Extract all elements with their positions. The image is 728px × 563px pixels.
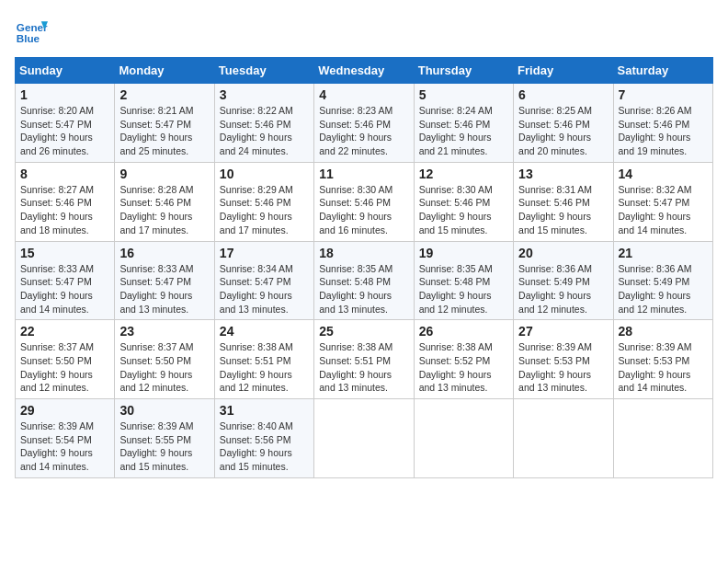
daylight-label: Daylight: 9 hours and 14 minutes. (20, 290, 93, 315)
calendar-cell: 22 Sunrise: 8:37 AM Sunset: 5:50 PM Dayl… (16, 320, 115, 399)
day-number: 16 (119, 246, 209, 260)
page-header: General Blue (15, 15, 713, 48)
sunrise-label: Sunrise: 8:24 AM (419, 105, 493, 116)
calendar-cell (613, 399, 712, 478)
sunset-label: Sunset: 5:46 PM (119, 197, 191, 208)
day-number: 15 (20, 246, 109, 260)
sunrise-label: Sunrise: 8:30 AM (419, 184, 493, 195)
day-info: Sunrise: 8:37 AM Sunset: 5:50 PM Dayligh… (20, 340, 109, 395)
calendar-cell: 11 Sunrise: 8:30 AM Sunset: 5:46 PM Dayl… (314, 162, 414, 241)
day-info: Sunrise: 8:35 AM Sunset: 5:48 PM Dayligh… (319, 262, 408, 316)
sunset-label: Sunset: 5:46 PM (319, 197, 391, 208)
sunset-label: Sunset: 5:46 PM (619, 119, 690, 130)
daylight-label: Daylight: 9 hours and 15 minutes. (419, 211, 492, 236)
calendar-cell: 10 Sunrise: 8:29 AM Sunset: 5:46 PM Dayl… (214, 162, 313, 241)
col-header-tuesday: Tuesday (214, 58, 313, 84)
col-header-wednesday: Wednesday (314, 58, 414, 84)
calendar-cell: 28 Sunrise: 8:39 AM Sunset: 5:53 PM Dayl… (613, 320, 712, 399)
daylight-label: Daylight: 9 hours and 13 minutes. (319, 369, 392, 394)
day-number: 18 (319, 246, 408, 260)
day-info: Sunrise: 8:37 AM Sunset: 5:50 PM Dayligh… (119, 340, 209, 395)
daylight-label: Daylight: 9 hours and 12 minutes. (419, 290, 492, 315)
sunrise-label: Sunrise: 8:35 AM (419, 263, 493, 274)
sunset-label: Sunset: 5:46 PM (419, 197, 491, 208)
sunset-label: Sunset: 5:51 PM (319, 355, 391, 366)
calendar-cell: 15 Sunrise: 8:33 AM Sunset: 5:47 PM Dayl… (16, 241, 115, 320)
week-row: 15 Sunrise: 8:33 AM Sunset: 5:47 PM Dayl… (16, 241, 713, 320)
day-number: 24 (220, 324, 309, 339)
day-number: 29 (20, 403, 109, 418)
day-info: Sunrise: 8:33 AM Sunset: 5:47 PM Dayligh… (119, 262, 209, 316)
day-number: 21 (619, 246, 708, 260)
sunrise-label: Sunrise: 8:23 AM (319, 105, 392, 116)
sunrise-label: Sunrise: 8:39 AM (119, 420, 193, 431)
sunrise-label: Sunrise: 8:39 AM (619, 341, 692, 352)
sunrise-label: Sunrise: 8:36 AM (518, 263, 592, 274)
sunset-label: Sunset: 5:53 PM (619, 355, 690, 366)
sunrise-label: Sunrise: 8:27 AM (20, 184, 94, 195)
logo-icon: General Blue (15, 15, 48, 48)
daylight-label: Daylight: 9 hours and 15 minutes. (220, 447, 292, 472)
week-row: 29 Sunrise: 8:39 AM Sunset: 5:54 PM Dayl… (16, 399, 713, 478)
daylight-label: Daylight: 9 hours and 15 minutes. (119, 447, 192, 472)
sunset-label: Sunset: 5:54 PM (20, 434, 92, 445)
day-info: Sunrise: 8:36 AM Sunset: 5:49 PM Dayligh… (518, 262, 608, 316)
day-number: 25 (319, 324, 408, 339)
daylight-label: Daylight: 9 hours and 20 minutes. (518, 132, 591, 156)
col-header-sunday: Sunday (16, 58, 115, 84)
calendar-table: SundayMondayTuesdayWednesdayThursdayFrid… (15, 57, 713, 478)
sunset-label: Sunset: 5:51 PM (220, 355, 291, 366)
calendar-cell: 29 Sunrise: 8:39 AM Sunset: 5:54 PM Dayl… (16, 399, 115, 478)
day-info: Sunrise: 8:23 AM Sunset: 5:46 PM Dayligh… (319, 104, 408, 158)
day-info: Sunrise: 8:31 AM Sunset: 5:46 PM Dayligh… (518, 183, 608, 237)
day-info: Sunrise: 8:25 AM Sunset: 5:46 PM Dayligh… (518, 104, 608, 158)
day-number: 1 (20, 87, 109, 102)
calendar-cell: 31 Sunrise: 8:40 AM Sunset: 5:56 PM Dayl… (214, 399, 313, 478)
sunset-label: Sunset: 5:47 PM (20, 276, 92, 287)
sunset-label: Sunset: 5:47 PM (119, 119, 191, 130)
sunset-label: Sunset: 5:53 PM (518, 355, 590, 366)
calendar-cell: 14 Sunrise: 8:32 AM Sunset: 5:47 PM Dayl… (613, 162, 712, 241)
daylight-label: Daylight: 9 hours and 13 minutes. (518, 369, 591, 394)
daylight-label: Daylight: 9 hours and 13 minutes. (319, 290, 392, 315)
daylight-label: Daylight: 9 hours and 12 minutes. (619, 290, 691, 315)
sunset-label: Sunset: 5:50 PM (20, 355, 92, 366)
sunrise-label: Sunrise: 8:20 AM (20, 105, 94, 116)
daylight-label: Daylight: 9 hours and 24 minutes. (220, 132, 292, 156)
calendar-cell: 26 Sunrise: 8:38 AM Sunset: 5:52 PM Dayl… (414, 320, 513, 399)
col-header-saturday: Saturday (613, 58, 712, 84)
sunrise-label: Sunrise: 8:37 AM (20, 341, 94, 352)
sunrise-label: Sunrise: 8:30 AM (319, 184, 392, 195)
day-info: Sunrise: 8:34 AM Sunset: 5:47 PM Dayligh… (220, 262, 309, 316)
sunset-label: Sunset: 5:50 PM (119, 355, 191, 366)
sunrise-label: Sunrise: 8:39 AM (20, 420, 94, 431)
day-number: 22 (20, 324, 109, 339)
sunrise-label: Sunrise: 8:33 AM (20, 263, 94, 274)
calendar-cell: 1 Sunrise: 8:20 AM Sunset: 5:47 PM Dayli… (16, 84, 115, 163)
sunrise-label: Sunrise: 8:38 AM (419, 341, 493, 352)
daylight-label: Daylight: 9 hours and 14 minutes. (619, 211, 691, 236)
day-info: Sunrise: 8:30 AM Sunset: 5:46 PM Dayligh… (419, 183, 508, 237)
col-header-monday: Monday (115, 58, 214, 84)
day-number: 28 (619, 324, 708, 339)
day-number: 17 (220, 246, 309, 260)
day-info: Sunrise: 8:27 AM Sunset: 5:46 PM Dayligh… (20, 183, 109, 237)
sunset-label: Sunset: 5:46 PM (20, 197, 92, 208)
sunset-label: Sunset: 5:46 PM (319, 119, 391, 130)
day-number: 10 (220, 167, 309, 181)
sunset-label: Sunset: 5:46 PM (220, 197, 291, 208)
sunrise-label: Sunrise: 8:33 AM (119, 263, 193, 274)
day-number: 8 (20, 167, 109, 181)
daylight-label: Daylight: 9 hours and 16 minutes. (319, 211, 392, 236)
calendar-cell: 20 Sunrise: 8:36 AM Sunset: 5:49 PM Dayl… (514, 241, 613, 320)
sunset-label: Sunset: 5:56 PM (220, 434, 291, 445)
sunrise-label: Sunrise: 8:40 AM (220, 420, 293, 431)
day-number: 27 (518, 324, 608, 339)
calendar-cell: 24 Sunrise: 8:38 AM Sunset: 5:51 PM Dayl… (214, 320, 313, 399)
daylight-label: Daylight: 9 hours and 22 minutes. (319, 132, 392, 156)
sunrise-label: Sunrise: 8:26 AM (619, 105, 692, 116)
sunrise-label: Sunrise: 8:38 AM (319, 341, 392, 352)
daylight-label: Daylight: 9 hours and 12 minutes. (119, 369, 192, 394)
calendar-cell: 5 Sunrise: 8:24 AM Sunset: 5:46 PM Dayli… (414, 84, 513, 163)
daylight-label: Daylight: 9 hours and 26 minutes. (20, 132, 93, 156)
